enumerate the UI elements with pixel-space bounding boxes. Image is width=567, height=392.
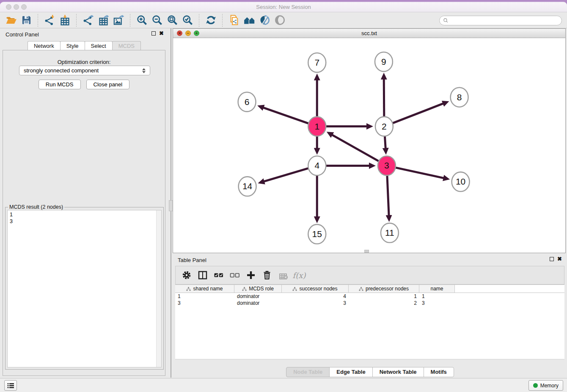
column-label: successor nodes — [299, 286, 337, 292]
node-label: 6 — [245, 97, 250, 107]
function-builder-button[interactable]: f(x) — [292, 268, 306, 282]
table-cell[interactable]: dominator — [234, 293, 282, 300]
node-14[interactable]: 14 — [239, 177, 256, 196]
tab-motifs[interactable]: Motifs — [424, 367, 454, 377]
search-input[interactable] — [451, 18, 558, 24]
node-1[interactable]: 1 — [308, 117, 326, 136]
import-table-icon — [59, 14, 71, 26]
column-header-MCDS-role[interactable]: MCDS role — [234, 285, 282, 293]
delete-table-icon — [278, 270, 288, 280]
node-9[interactable]: 9 — [375, 52, 393, 72]
graphics-details-button[interactable] — [257, 14, 272, 27]
node-8[interactable]: 8 — [451, 88, 468, 107]
add-button[interactable] — [244, 268, 258, 282]
column-header-predecessor-nodes[interactable]: predecessor nodes — [349, 285, 419, 293]
open-file-button[interactable] — [3, 14, 19, 27]
result-scrollbar[interactable] — [156, 210, 161, 367]
zoom-fit-button[interactable] — [165, 14, 180, 27]
mcds-result-line: 1 — [10, 211, 159, 218]
column-header-shared-name[interactable]: shared name — [175, 285, 234, 293]
mcds-result-line: 3 — [10, 218, 159, 225]
home-button[interactable] — [242, 14, 257, 27]
mcds-result-text[interactable]: 13 — [7, 210, 162, 367]
toolbar-group — [203, 14, 218, 27]
node-10[interactable]: 10 — [452, 172, 470, 191]
export-network-button[interactable] — [80, 14, 96, 27]
save-session-button[interactable] — [19, 14, 34, 27]
node-11[interactable]: 11 — [381, 223, 399, 243]
table-cell[interactable]: 3 — [175, 300, 234, 306]
table-row[interactable]: 1dominator411 — [175, 293, 564, 300]
zoom-in-icon — [136, 14, 148, 26]
node-4[interactable]: 4 — [308, 156, 326, 175]
eye-button[interactable] — [272, 14, 287, 27]
import-table-button[interactable] — [57, 14, 72, 27]
toolbar-separator — [130, 14, 130, 27]
node-table[interactable]: shared nameMCDS rolesuccessor nodesprede… — [175, 284, 564, 359]
gear-button[interactable] — [180, 268, 193, 282]
import-network-button[interactable] — [42, 14, 57, 27]
delete-table-button[interactable] — [276, 268, 290, 282]
zoom-in-button[interactable] — [134, 14, 149, 27]
search-box[interactable] — [439, 16, 562, 25]
tab-network-table[interactable]: Network Table — [372, 367, 424, 377]
table-cell[interactable]: 1 — [175, 293, 234, 300]
node-label: 3 — [384, 160, 389, 170]
refresh-button[interactable] — [203, 14, 218, 27]
table-cell[interactable]: 4 — [282, 293, 349, 300]
tab-select[interactable]: Select — [85, 41, 113, 50]
run-mcds-button[interactable]: Run MCDS — [39, 80, 81, 89]
node-label: 2 — [382, 121, 387, 131]
network-window-titlebar[interactable]: ✕ − + scc.txt — [173, 29, 565, 38]
tab-node-table[interactable]: Node Table — [286, 367, 330, 377]
network-graph[interactable]: 7968124314101511 — [173, 38, 565, 253]
home-icon — [244, 14, 255, 26]
column-label: predecessor nodes — [366, 286, 409, 292]
table-cell[interactable]: dominator — [234, 300, 282, 306]
tab-mcds[interactable]: MCDS — [112, 41, 141, 50]
table-cell[interactable]: 1 — [419, 293, 455, 300]
node-2[interactable]: 2 — [375, 117, 393, 136]
node-label: 8 — [457, 92, 462, 102]
column-header-name[interactable]: name — [419, 285, 455, 293]
column-header-successor-nodes[interactable]: successor nodes — [282, 285, 349, 293]
memory-button[interactable]: Memory — [528, 380, 563, 391]
tab-network[interactable]: Network — [28, 41, 61, 50]
node-15[interactable]: 15 — [308, 224, 326, 244]
column-selector-icon — [198, 270, 208, 280]
float-panel-icon[interactable] — [151, 31, 156, 36]
table-cell[interactable]: 3 — [419, 300, 455, 306]
memory-label: Memory — [540, 383, 559, 389]
network-canvas[interactable]: 7968124314101511 — [173, 38, 565, 253]
select-all-button[interactable] — [212, 268, 226, 282]
clone-network-button[interactable] — [226, 14, 242, 27]
float-table-panel-icon[interactable] — [550, 257, 554, 261]
edge-2-8[interactable] — [384, 103, 443, 126]
main-toolbar — [0, 12, 567, 28]
tab-style[interactable]: Style — [60, 41, 85, 50]
trash-button[interactable] — [260, 268, 274, 282]
table-row[interactable]: 3dominator323 — [175, 300, 564, 306]
task-history-button[interactable] — [4, 380, 17, 391]
node-label: 7 — [314, 58, 319, 67]
control-panel-header: Control Panel ✖ — [0, 28, 168, 40]
criterion-dropdown[interactable]: strongly connected component — [19, 66, 150, 75]
zoom-out-button[interactable] — [149, 14, 165, 27]
export-image-button[interactable] — [111, 14, 126, 27]
zoom-selected-button[interactable] — [180, 14, 195, 27]
export-table-button[interactable] — [96, 14, 111, 27]
node-7[interactable]: 7 — [308, 53, 326, 72]
close-panel-icon[interactable]: ✖ — [159, 31, 164, 36]
control-panel-tabs: NetworkStyleSelectMCDS — [0, 41, 168, 50]
table-cell[interactable]: 1 — [349, 293, 419, 300]
horizontal-splitter-handle[interactable] — [364, 250, 369, 253]
close-table-panel-icon[interactable]: ✖ — [557, 257, 562, 261]
column-selector-button[interactable] — [196, 268, 209, 282]
tab-edge-table[interactable]: Edge Table — [329, 367, 372, 377]
table-cell[interactable]: 3 — [282, 300, 349, 306]
table-cell[interactable]: 2 — [349, 300, 419, 306]
node-3[interactable]: 3 — [378, 156, 396, 175]
deselect-all-button[interactable] — [228, 268, 242, 282]
node-6[interactable]: 6 — [238, 92, 256, 112]
close-panel-button[interactable]: Close panel — [86, 80, 130, 89]
